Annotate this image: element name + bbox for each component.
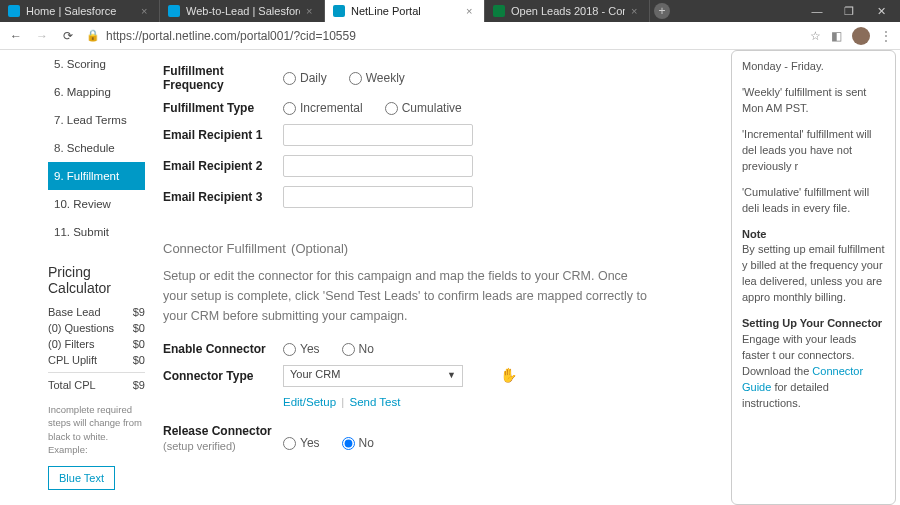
connector-links: Edit/Setup | Send Test	[283, 396, 711, 408]
avatar[interactable]	[852, 27, 870, 45]
label-ctype: Connector Type	[163, 369, 283, 383]
step-scoring[interactable]: 5. Scoring	[48, 50, 145, 78]
lock-icon: 🔒	[86, 29, 100, 42]
sidebar: 5. Scoring 6. Mapping 7. Lead Terms 8. S…	[0, 50, 145, 505]
help-note: By setting up email fulfillment y billed…	[742, 243, 884, 303]
tabs: Home | Salesforce × Web-to-Lead | Salesf…	[0, 0, 798, 22]
send-test-link[interactable]: Send Test	[349, 396, 400, 408]
opt-cumulative[interactable]: Cumulative	[385, 101, 462, 115]
step-fulfillment[interactable]: 9. Fulfillment	[48, 162, 145, 190]
toolbar-right: ☆ ◧ ⋮	[810, 27, 892, 45]
extension-icon[interactable]: ◧	[831, 29, 842, 43]
url-bar: ← → ⟳ 🔒 ☆ ◧ ⋮	[0, 22, 900, 50]
close-icon[interactable]: ×	[466, 5, 476, 17]
back-button[interactable]: ←	[8, 28, 24, 44]
row-rec3: Email Recipient 3	[163, 186, 711, 208]
step-review[interactable]: 10. Review	[48, 190, 145, 218]
radio-weekly[interactable]	[349, 72, 362, 85]
favicon	[493, 5, 505, 17]
help-p1: Monday - Friday.	[742, 59, 885, 75]
input-rec1[interactable]	[283, 124, 473, 146]
tab-salesforce-home[interactable]: Home | Salesforce ×	[0, 0, 160, 22]
radio-release-yes[interactable]	[283, 437, 296, 450]
pc-row-filters: (0) Filters$0	[48, 338, 145, 350]
url-input[interactable]	[106, 29, 800, 43]
radio-incremental[interactable]	[283, 102, 296, 115]
help-panel: Monday - Friday. 'Weekly' fulfillment is…	[731, 50, 896, 505]
pc-row-questions: (0) Questions$0	[48, 322, 145, 334]
opt-release-no[interactable]: No	[342, 436, 374, 450]
step-submit[interactable]: 11. Submit	[48, 218, 145, 246]
new-tab-button[interactable]: +	[650, 0, 674, 22]
close-icon[interactable]: ×	[631, 5, 641, 17]
connector-title: Connector Fulfillment (Optional)	[163, 236, 711, 258]
help-p4: 'Cumulative' fulfillment will deli leads…	[742, 185, 885, 217]
pc-row-total: Total CPL$9	[48, 372, 145, 391]
radio-enable-no[interactable]	[342, 343, 355, 356]
label-freq: Fulfillment Frequency	[163, 64, 283, 92]
bookmark-icon[interactable]: ☆	[810, 29, 821, 43]
menu-icon[interactable]: ⋮	[880, 29, 892, 43]
minimize-button[interactable]: —	[808, 5, 826, 17]
radio-release-no[interactable]	[342, 437, 355, 450]
row-release-connector: Release Connector (setup verified) Yes N…	[163, 424, 711, 452]
close-window-button[interactable]: ✕	[872, 5, 890, 18]
label-release: Release Connector	[163, 424, 283, 438]
radio-daily[interactable]	[283, 72, 296, 85]
step-schedule[interactable]: 8. Schedule	[48, 134, 145, 162]
radio-enable-yes[interactable]	[283, 343, 296, 356]
close-icon[interactable]: ×	[141, 5, 151, 17]
tab-label: NetLine Portal	[351, 5, 460, 17]
row-enable-connector: Enable Connector Yes No	[163, 342, 711, 356]
tab-open-leads[interactable]: Open Leads 2018 - Connector T ×	[485, 0, 650, 22]
input-rec3[interactable]	[283, 186, 473, 208]
help-p3: 'Incremental' fulfillment will del leads…	[742, 127, 885, 175]
tab-label: Web-to-Lead | Salesforce	[186, 5, 300, 17]
step-lead-terms[interactable]: 7. Lead Terms	[48, 106, 145, 134]
row-rec1: Email Recipient 1	[163, 124, 711, 146]
main: Fulfillment Frequency Daily Weekly Fulfi…	[145, 50, 731, 505]
maximize-button[interactable]: ❐	[840, 5, 858, 18]
separator: |	[341, 396, 344, 408]
opt-release-yes[interactable]: Yes	[283, 436, 320, 450]
pc-row-base: Base Lead$9	[48, 306, 145, 318]
close-icon[interactable]: ×	[306, 5, 316, 17]
row-fulfillment-freq: Fulfillment Frequency Daily Weekly	[163, 64, 711, 92]
label-rec3: Email Recipient 3	[163, 190, 283, 204]
row-rec2: Email Recipient 2	[163, 155, 711, 177]
opt-enable-yes[interactable]: Yes	[283, 342, 320, 356]
reload-button[interactable]: ⟳	[60, 28, 76, 44]
edit-setup-link[interactable]: Edit/Setup	[283, 396, 336, 408]
label-type: Fulfillment Type	[163, 101, 283, 115]
tab-label: Home | Salesforce	[26, 5, 135, 17]
tab-label: Open Leads 2018 - Connector T	[511, 5, 625, 17]
label-rec1: Email Recipient 1	[163, 128, 283, 142]
forward-button[interactable]: →	[34, 28, 50, 44]
opt-daily[interactable]: Daily	[283, 71, 327, 85]
select-connector-type[interactable]: Your CRM	[283, 365, 463, 387]
url-field[interactable]: 🔒	[86, 29, 800, 43]
window-controls: — ❐ ✕	[798, 0, 900, 22]
opt-incremental[interactable]: Incremental	[283, 101, 363, 115]
opt-weekly[interactable]: Weekly	[349, 71, 405, 85]
blue-text-button[interactable]: Blue Text	[48, 466, 115, 490]
input-rec2[interactable]	[283, 155, 473, 177]
row-connector-type: Connector Type Your CRM	[163, 365, 711, 387]
label-rec2: Email Recipient 2	[163, 159, 283, 173]
plus-icon: +	[654, 3, 670, 19]
favicon	[8, 5, 20, 17]
help-p2: 'Weekly' fulfillment is sent Mon AM PST.	[742, 85, 885, 117]
tab-web-to-lead[interactable]: Web-to-Lead | Salesforce ×	[160, 0, 325, 22]
row-fulfillment-type: Fulfillment Type Incremental Cumulative	[163, 101, 711, 115]
step-mapping[interactable]: 6. Mapping	[48, 78, 145, 106]
page: 5. Scoring 6. Mapping 7. Lead Terms 8. S…	[0, 50, 900, 505]
label-enable: Enable Connector	[163, 342, 283, 356]
pc-row-uplift: CPL Uplift$0	[48, 354, 145, 366]
radio-cumulative[interactable]	[385, 102, 398, 115]
connector-desc: Setup or edit the connector for this cam…	[163, 266, 653, 326]
help-setup-h: Setting Up Your Connector	[742, 317, 882, 329]
favicon	[168, 5, 180, 17]
opt-enable-no[interactable]: No	[342, 342, 374, 356]
tab-netline-portal[interactable]: NetLine Portal ×	[325, 0, 485, 22]
favicon	[333, 5, 345, 17]
